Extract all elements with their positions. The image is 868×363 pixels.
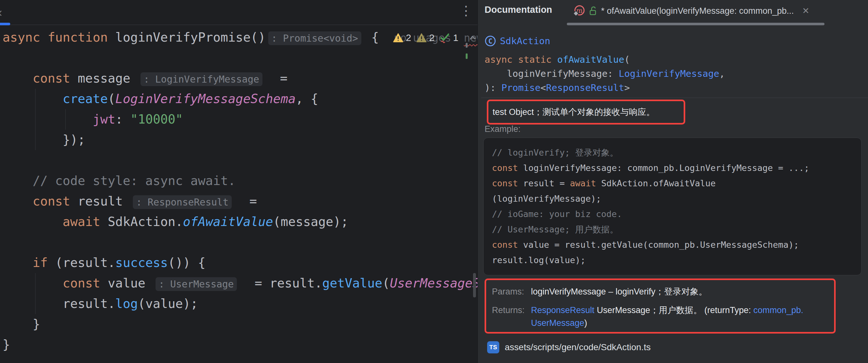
ok-count: 1: [453, 32, 458, 43]
code-editor[interactable]: ‹ ⋮ async function loginVerifyPromise():…: [0, 0, 477, 363]
class-icon: C: [485, 35, 496, 47]
more-options-icon[interactable]: ⋮: [460, 3, 472, 18]
returns-label: Returns:: [492, 304, 531, 329]
indent-guide: [65, 109, 66, 130]
method-signature: async static ofAwaitValue( loginVerifyMe…: [485, 53, 725, 95]
example-label: Example:: [485, 124, 521, 134]
panel-title: Documentation: [485, 4, 552, 15]
annotation-box-params-returns: Params: loginVerifyMessage – loginVerify…: [485, 278, 836, 334]
typescript-file-icon: TS: [487, 341, 499, 354]
example-code-block: // loginVerify; 登录对象。const loginVerifyMe…: [483, 138, 862, 275]
editor-tab-bar: ‹ ⋮: [0, 0, 477, 25]
warning-count: 2: [406, 32, 411, 43]
section-divider: [481, 98, 868, 98]
change-marker-green[interactable]: [466, 54, 468, 59]
source-file-path[interactable]: assets/scripts/gen/code/SdkAction.ts: [505, 342, 651, 353]
inspection-widget: 2 2 1: [393, 31, 477, 45]
returns-row: Returns: ResponseResult UserMessage；用户数据…: [492, 304, 828, 329]
indent-guide: [35, 89, 35, 150]
back-chevron-icon[interactable]: ‹: [0, 6, 2, 20]
weak-warning-icon[interactable]: [416, 33, 427, 42]
method-icon: m: [573, 5, 585, 17]
code-lines: async function loginVerifyPromise(): Pro…: [3, 27, 477, 355]
ok-check-icon[interactable]: [439, 32, 450, 43]
weak-warning-count: 2: [429, 32, 435, 43]
params-row: Params: loginVerifyMessage – loginVerify…: [492, 285, 828, 298]
editor-scrollbar-thumb[interactable]: [473, 273, 476, 297]
returns-value: ResponseResult UserMessage；用户数据。 (return…: [531, 304, 803, 329]
unlocked-icon: [589, 6, 597, 16]
warning-icon[interactable]: [393, 33, 403, 42]
close-icon[interactable]: ✕: [802, 6, 809, 16]
code-area[interactable]: async function loginVerifyPromise(): Pro…: [3, 27, 477, 355]
params-value: loginVerifyMessage – loginVerify；登录对象。: [531, 285, 707, 298]
documentation-tab[interactable]: m * ofAwaitValue(loginVerifyMessage: com…: [573, 3, 809, 19]
tab-underline: [567, 23, 825, 25]
annotation-box-description: test Object；测试单个对象的接收与响应。: [487, 99, 685, 124]
class-name-link[interactable]: SdkAction: [500, 35, 550, 47]
method-description: test Object；测试单个对象的接收与响应。: [493, 106, 655, 118]
source-file-row[interactable]: TS assets/scripts/gen/code/SdkAction.ts: [487, 341, 651, 354]
class-link-row[interactable]: C SdkAction: [485, 35, 550, 47]
tab-label: * ofAwaitValue(loginVerifyMessage: commo…: [601, 6, 794, 16]
indent-guide: [35, 273, 35, 314]
prev-problem-chevron-icon[interactable]: [468, 33, 477, 42]
error-stripe-mark[interactable]: [466, 43, 468, 48]
documentation-panel: Documentation m * ofAwaitValue(loginVeri…: [477, 0, 868, 363]
active-tab-indicator: [0, 23, 10, 25]
svg-text:C: C: [488, 37, 493, 45]
params-label: Params:: [492, 285, 531, 298]
